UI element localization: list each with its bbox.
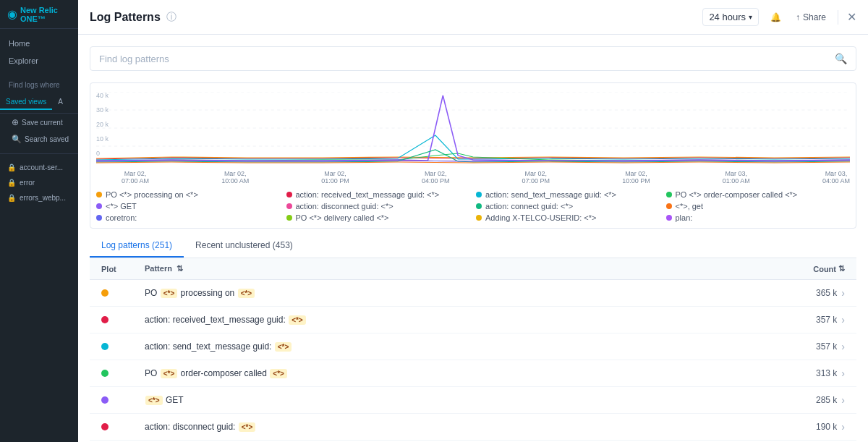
table-header: Plot Pattern ⇅ Count ⇅ — [90, 258, 856, 280]
row-plot-5 — [101, 423, 145, 430]
legend-dot-8 — [96, 215, 102, 221]
share-label: Share — [803, 12, 826, 22]
row-count-2: 357 k › — [773, 341, 845, 352]
lock-icon-2: 🔒 — [7, 179, 16, 187]
tab-unclustered[interactable]: Recent unclustered (453) — [184, 234, 305, 258]
entity-label-errors-webp: errors_webp... — [20, 194, 66, 202]
legend-label-4: <*> GET — [106, 202, 137, 211]
chart-svg-wrapper — [96, 92, 850, 167]
search-bar[interactable]: Find log patterns 🔍 — [90, 46, 856, 71]
chevron-right-icon-1[interactable]: › — [841, 314, 845, 326]
legend-dot-7 — [666, 203, 672, 209]
chevron-right-icon-4[interactable]: › — [841, 394, 845, 406]
bell-icon: 🔔 — [770, 12, 781, 22]
row-dot-5 — [101, 423, 109, 430]
tabs-row: Log patterns (251) Recent unclustered (4… — [90, 234, 856, 258]
legend-item-6: action: connect guid: <*> — [476, 202, 660, 211]
row-pattern-2: action: send_text_message guid: <*> — [145, 341, 773, 352]
sidebar-tab-a[interactable]: A — [52, 95, 69, 110]
sidebar-save-current[interactable]: ⊕ Save current — [0, 114, 78, 131]
share-button[interactable]: ↑ Share — [793, 9, 829, 25]
legend-dot-0 — [96, 192, 102, 197]
plus-icon: ⊕ — [12, 117, 19, 127]
legend-item-4: <*> GET — [96, 202, 281, 211]
sidebar-search-saved[interactable]: 🔍 Search saved — [0, 131, 78, 148]
table-row[interactable]: action: send_text_message guid: <*> 357 … — [90, 333, 856, 360]
time-selector[interactable]: 24 hours ▾ — [702, 8, 759, 26]
tab-log-patterns[interactable]: Log patterns (251) — [90, 234, 184, 258]
x-label-6: Mar 03, 01:00 AM — [723, 170, 750, 184]
table-row[interactable]: PO <*> processing on <*> 365 k › — [90, 280, 856, 307]
col-header-pattern: Pattern ⇅ — [145, 264, 773, 273]
row-pattern-3: PO <*> order-composer called <*> — [145, 368, 773, 378]
table-row[interactable]: <*> GET 285 k › — [90, 387, 856, 414]
header-separator — [838, 10, 838, 25]
table-body: PO <*> processing on <*> 365 k › action:… — [90, 280, 856, 441]
notifications-button[interactable]: 🔔 — [767, 9, 784, 25]
legend-dot-11 — [666, 215, 672, 221]
search-placeholder-text: Find log patterns — [99, 54, 835, 64]
count-value-4: 285 k — [816, 395, 837, 405]
header-right: 24 hours ▾ 🔔 ↑ Share ✕ — [702, 8, 856, 26]
x-label-3: Mar 02, 04:00 PM — [422, 170, 450, 184]
share-icon: ↑ — [796, 12, 800, 22]
row-pattern-5: action: disconnect guid: <*> — [145, 422, 773, 432]
row-count-5: 190 k › — [773, 421, 845, 433]
sort-icon-count[interactable]: ⇅ — [838, 264, 845, 273]
legend-label-10: Adding X-TELCO-USERID: <*> — [485, 213, 596, 222]
lock-icon-3: 🔒 — [7, 194, 16, 202]
row-pattern-1: action: received_text_message guid: <*> — [145, 315, 773, 325]
chevron-right-icon-3[interactable]: › — [841, 367, 845, 379]
row-plot-3 — [101, 370, 145, 377]
table-row[interactable]: action: received_text_message guid: <*> … — [90, 307, 856, 333]
close-button[interactable]: ✕ — [847, 10, 856, 24]
sidebar-entity-errors-webp[interactable]: 🔒 errors_webp... — [0, 190, 78, 205]
row-plot-2 — [101, 343, 145, 350]
sidebar: ◉ New Relic ONE™ Home Explorer Find logs… — [0, 0, 78, 442]
x-label-2: Mar 02, 01:00 PM — [321, 170, 349, 184]
search-saved-label: Search saved — [25, 135, 69, 143]
x-label-0: Mar 02, 07:00 AM — [122, 170, 149, 184]
legend-dot-5 — [286, 203, 292, 209]
count-header-text: Count — [813, 265, 836, 273]
chevron-right-icon-5[interactable]: › — [841, 421, 845, 433]
entity-label-account: account-ser... — [20, 163, 63, 171]
x-label-4: Mar 02, 07:00 PM — [522, 170, 550, 184]
chevron-right-icon-2[interactable]: › — [841, 341, 845, 352]
legend-item-11: plan: — [666, 213, 851, 222]
legend-item-7: <*>, get — [666, 202, 851, 211]
table-row[interactable]: action: disconnect guid: <*> 190 k › — [90, 414, 856, 441]
legend-item-1: action: received_text_message guid: <*> — [286, 190, 471, 199]
count-value-2: 357 k — [816, 341, 837, 352]
row-dot-4 — [101, 396, 109, 404]
sidebar-tabs: Saved views A — [0, 92, 78, 114]
sidebar-tab-saved-views[interactable]: Saved views — [0, 95, 52, 110]
x-label-1: Mar 02, 10:00 AM — [221, 170, 249, 184]
row-dot-3 — [101, 370, 109, 377]
search-icon: 🔍 — [835, 53, 847, 64]
row-plot-1 — [101, 316, 145, 323]
sidebar-entity-error[interactable]: 🔒 error — [0, 175, 78, 190]
sidebar-item-explorer[interactable]: Explorer — [0, 52, 78, 69]
legend-label-3: PO <*> order-composer called <*> — [676, 190, 798, 199]
chevron-right-icon-0[interactable]: › — [841, 287, 845, 299]
legend-label-8: coretron: — [106, 213, 137, 222]
info-icon[interactable]: ⓘ — [166, 11, 176, 24]
row-count-3: 313 k › — [773, 367, 845, 379]
pattern-header-text: Pattern — [145, 264, 172, 273]
chart-area: 40 k 30 k 20 k 10 k 0 — [90, 82, 856, 229]
table-row[interactable]: PO <*> order-composer called <*> 313 k › — [90, 360, 856, 387]
count-value-1: 357 k — [816, 315, 837, 325]
save-current-label: Save current — [22, 119, 63, 127]
sidebar-item-home[interactable]: Home — [0, 35, 78, 52]
sidebar-entity-account[interactable]: 🔒 account-ser... — [0, 160, 78, 175]
legend-label-11: plan: — [676, 213, 693, 222]
header-left: Log Patterns ⓘ — [90, 11, 176, 24]
chart-x-labels: Mar 02, 07:00 AM Mar 02, 10:00 AM Mar 02… — [122, 170, 850, 184]
chevron-down-icon: ▾ — [749, 13, 752, 21]
sort-icon-pattern[interactable]: ⇅ — [176, 264, 183, 273]
row-pattern-0: PO <*> processing on <*> — [145, 288, 773, 298]
search-small-icon: 🔍 — [12, 135, 22, 144]
col-header-count: Count ⇅ — [773, 264, 845, 273]
chart-legend: PO <*> processing on <*>action: received… — [96, 190, 850, 222]
